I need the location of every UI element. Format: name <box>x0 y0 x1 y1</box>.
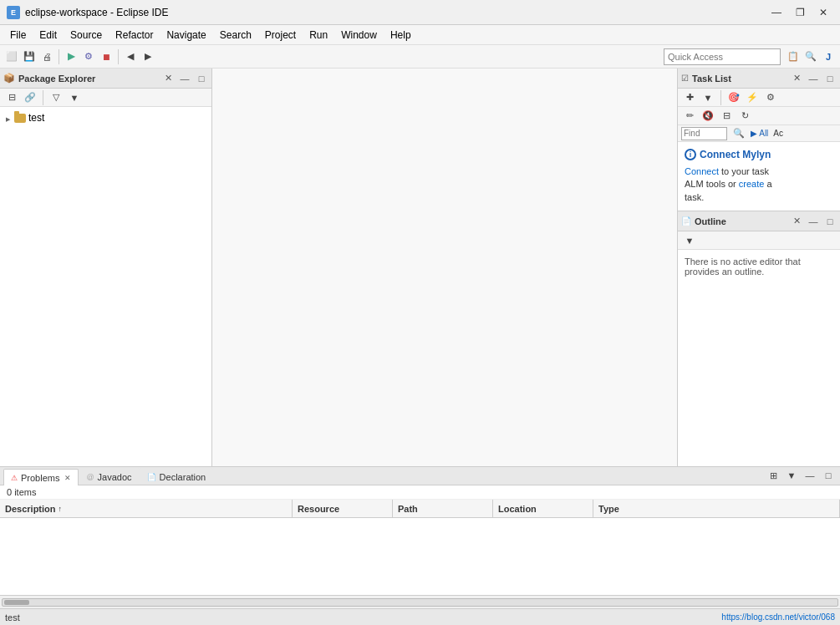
col-description[interactable]: Description ↑ <box>0 500 293 517</box>
task-clear-btn[interactable]: 🔇 <box>700 107 716 125</box>
task-list-min[interactable]: — <box>807 72 820 85</box>
outline-max[interactable]: □ <box>823 215 837 228</box>
tb-forward-button[interactable]: ▶ <box>140 48 156 66</box>
connect-mylyn-body: Connect to your task ALM tools or create… <box>685 165 833 204</box>
list-item[interactable]: test <box>0 110 211 125</box>
status-bar: test https://blog.csdn.net/victor/068 <box>0 608 840 625</box>
right-panel: ☑ Task List ✕ — □ ✚ ▼ 🎯 ⚡ ⚙ ✏ 🔇 <box>677 69 840 466</box>
task-settings-btn[interactable]: ⚙ <box>762 89 779 107</box>
outline-header: 📄 Outline ✕ — □ <box>678 211 840 231</box>
task-dropdown-btn[interactable]: ▼ <box>700 89 716 107</box>
tb-debug-button[interactable]: ⚙ <box>80 48 97 66</box>
task-all-label[interactable]: ▶ All <box>751 129 768 138</box>
title-bar-controls: — ❐ ✕ <box>766 4 833 21</box>
pe-separator <box>43 90 43 105</box>
horizontal-scrollbar[interactable] <box>0 595 840 608</box>
tb-new-button[interactable]: ⬜ <box>3 48 20 66</box>
app-icon: E <box>7 6 20 19</box>
outline-message: There is no active editor that provides … <box>685 257 801 277</box>
restore-button[interactable]: ❐ <box>790 4 810 21</box>
outline-menu-btn[interactable]: ▼ <box>681 231 698 250</box>
task-ac-label: Ac <box>773 129 783 138</box>
tb-perspective-btn1[interactable]: 📋 <box>785 48 802 66</box>
bottom-content: 0 items Description ↑ Resource Path Loca… <box>0 485 840 595</box>
menu-window[interactable]: Window <box>334 28 384 43</box>
pe-filter-btn[interactable]: ▽ <box>48 89 64 107</box>
pe-link-btn[interactable]: 🔗 <box>22 89 38 107</box>
tb-save-button[interactable]: 💾 <box>21 48 38 66</box>
menu-help[interactable]: Help <box>384 28 418 43</box>
problems-menu-btn[interactable]: ▼ <box>783 466 800 485</box>
menu-bar: File Edit Source Refactor Navigate Searc… <box>0 25 840 45</box>
package-explorer-max[interactable]: □ <box>195 72 208 85</box>
tab-javadoc[interactable]: @ Javadoc <box>79 468 139 485</box>
task-active-btn[interactable]: ⚡ <box>744 89 761 107</box>
menu-navigate[interactable]: Navigate <box>160 28 212 43</box>
tab-declaration[interactable]: 📄 Declaration <box>140 468 214 485</box>
toolbar-separator-1 <box>59 49 59 64</box>
connect-mylyn-title: i Connect Mylyn <box>685 149 833 160</box>
task-list-max[interactable]: □ <box>823 72 837 85</box>
close-button[interactable]: ✕ <box>813 4 833 21</box>
scroll-track[interactable] <box>2 598 838 607</box>
table-header: Description ↑ Resource Path Location Typ… <box>0 500 840 518</box>
minimize-button[interactable]: — <box>766 4 787 21</box>
task-list-panel: ☑ Task List ✕ — □ ✚ ▼ 🎯 ⚡ ⚙ ✏ 🔇 <box>678 69 840 211</box>
task-new-btn[interactable]: ✚ <box>681 89 698 107</box>
folder-icon <box>14 112 26 124</box>
outline-toolbar: ▼ <box>678 231 840 250</box>
task-search-bar: 🔍 ▶ All Ac <box>678 125 840 142</box>
tab-problems[interactable]: ⚠ Problems ✕ <box>3 469 79 485</box>
package-explorer-min[interactable]: — <box>178 72 191 85</box>
outline-min[interactable]: — <box>807 215 820 228</box>
connect-link[interactable]: Connect <box>685 166 719 176</box>
tb-perspective-btn2[interactable]: 🔍 <box>802 48 819 66</box>
toolbar: ⬜ 💾 🖨 ▶ ⚙ ⏹ ◀ ▶ 📋 🔍 J <box>0 45 840 69</box>
bottom-tabs: ⚠ Problems ✕ @ Javadoc 📄 Declaration ⊞ ▼… <box>0 467 840 485</box>
package-explorer-panel: 📦 Package Explorer ✕ — □ ⊟ 🔗 ▽ ▼ <box>0 69 212 466</box>
outline-close[interactable]: ✕ <box>790 215 803 228</box>
menu-project[interactable]: Project <box>258 28 303 43</box>
pe-collapse-btn[interactable]: ⊟ <box>3 89 20 107</box>
menu-file[interactable]: File <box>3 28 33 43</box>
tb-back-button[interactable]: ◀ <box>122 48 139 66</box>
quick-access-input[interactable] <box>664 48 781 65</box>
create-link[interactable]: create <box>739 179 765 189</box>
menu-search[interactable]: Search <box>213 28 258 43</box>
col-location[interactable]: Location <box>493 500 593 517</box>
tb-perspective-btn3[interactable]: J <box>820 48 837 66</box>
problems-min-btn[interactable]: — <box>802 466 818 485</box>
menu-run[interactable]: Run <box>303 28 334 43</box>
package-explorer-close[interactable]: ✕ <box>161 72 175 85</box>
tb-print-button[interactable]: 🖨 <box>38 48 55 66</box>
editor-area <box>212 69 677 466</box>
col-resource[interactable]: Resource <box>293 500 393 517</box>
toolbar-group-3: ◀ ▶ <box>122 48 156 66</box>
col-type[interactable]: Type <box>593 500 840 517</box>
bottom-panel: ⚠ Problems ✕ @ Javadoc 📄 Declaration ⊞ ▼… <box>0 466 840 608</box>
scroll-thumb[interactable] <box>4 600 29 605</box>
problems-filter-btn[interactable]: ⊞ <box>765 466 781 485</box>
menu-edit[interactable]: Edit <box>33 28 64 43</box>
menu-source[interactable]: Source <box>64 28 109 43</box>
task-collapse-btn[interactable]: ⊟ <box>718 107 735 125</box>
outline-panel: 📄 Outline ✕ — □ ▼ There is no active edi… <box>678 211 840 466</box>
task-focus-btn[interactable]: 🎯 <box>725 89 742 107</box>
task-list-close[interactable]: ✕ <box>790 72 803 85</box>
toolbar-group-2: ▶ ⚙ ⏹ <box>63 48 115 66</box>
tb-run-button[interactable]: ▶ <box>63 48 79 66</box>
task-find-btn[interactable]: 🔍 <box>731 124 747 143</box>
task-find-input[interactable] <box>681 127 727 140</box>
info-icon: i <box>685 149 696 160</box>
pe-menu-btn[interactable]: ▼ <box>66 89 83 107</box>
task-refresh-btn[interactable]: ↻ <box>736 107 753 125</box>
col-path[interactable]: Path <box>393 500 493 517</box>
problems-max-btn[interactable]: □ <box>820 466 837 485</box>
task-toolbar-1: ✚ ▼ 🎯 ⚡ ⚙ <box>678 89 840 107</box>
tb-stop-button[interactable]: ⏹ <box>98 48 115 66</box>
outline-title: Outline <box>695 216 787 226</box>
menu-refactor[interactable]: Refactor <box>109 28 160 43</box>
task-edit-btn[interactable]: ✏ <box>681 107 698 125</box>
toolbar-group-1: ⬜ 💾 🖨 <box>3 48 55 66</box>
package-explorer-header: 📦 Package Explorer ✕ — □ <box>0 69 211 89</box>
